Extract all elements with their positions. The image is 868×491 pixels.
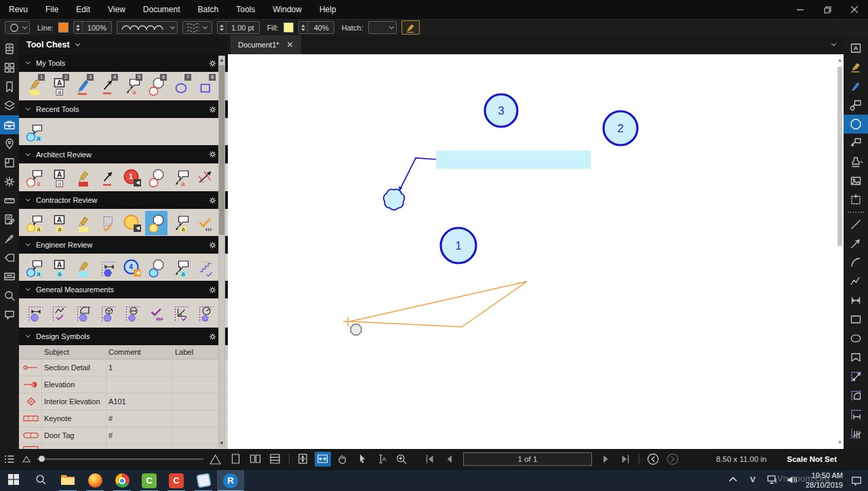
- menu-document[interactable]: Document: [134, 0, 189, 19]
- network-icon[interactable]: [766, 473, 778, 488]
- callout-note-tool[interactable]: a: [170, 165, 192, 190]
- tab-list-chevron-icon[interactable]: [831, 41, 836, 46]
- hatch-dropdown[interactable]: [368, 21, 397, 34]
- cloud-tool-button[interactable]: [844, 115, 868, 134]
- ellipse-tool[interactable]: 7: [170, 74, 192, 98]
- taskbar-clock[interactable]: 10:50 AM 28/10/2019: [806, 471, 843, 489]
- cloud-callout-note-tool[interactable]: a: [23, 120, 45, 144]
- text-note-tool[interactable]: Aa: [47, 165, 70, 190]
- scrollbar-thumb[interactable]: [837, 66, 842, 246]
- tab-close-icon[interactable]: ✕: [287, 40, 294, 50]
- measure-area-tool-button[interactable]: [844, 386, 868, 405]
- taskbar-chrome-button[interactable]: [108, 470, 136, 491]
- polygon-tool-button[interactable]: [844, 348, 868, 367]
- menu-tools[interactable]: Tools: [227, 0, 264, 19]
- canvas-scrollbar[interactable]: ▲ ▼: [837, 57, 843, 446]
- scroll-up-icon[interactable]: ▲: [837, 57, 843, 64]
- verify-measure-tool[interactable]: [194, 211, 216, 235]
- panel-scrollbar[interactable]: ▲ ▼: [218, 56, 225, 448]
- stamp-tool-button[interactable]: [844, 153, 868, 172]
- cloud-tool[interactable]: 6: [145, 74, 167, 98]
- cloud-callout-note-tool[interactable]: a: [23, 211, 45, 235]
- polygon-check-tool[interactable]: [96, 211, 119, 235]
- symbol-row[interactable]: Elevation: [19, 376, 228, 393]
- line-tool-button[interactable]: [844, 215, 868, 234]
- restore-button[interactable]: [814, 0, 841, 19]
- measure-length-tool-button[interactable]: [844, 405, 868, 424]
- hatch-pattern-dropdown[interactable]: [182, 21, 212, 34]
- panel-tab-tool-chest[interactable]: [0, 115, 19, 134]
- scroll-up-icon[interactable]: ▲: [219, 56, 224, 64]
- highlight-area-tool[interactable]: [72, 211, 94, 235]
- panel-tab-sessions[interactable]: [0, 267, 19, 286]
- count-tool[interactable]: [145, 300, 167, 325]
- taskbar-camtasia-button[interactable]: C: [136, 470, 163, 491]
- ellipse-tool-button[interactable]: [844, 329, 868, 348]
- highlight-rectangle-markup[interactable]: [436, 151, 591, 169]
- panel-tab-flags[interactable]: [0, 248, 19, 267]
- length-tool[interactable]: [23, 300, 45, 325]
- arrow-tool-button[interactable]: [844, 234, 868, 253]
- panel-tab-spaces[interactable]: [0, 153, 19, 172]
- taskbar-firefox-button[interactable]: [81, 470, 108, 491]
- scale-status-label[interactable]: Scale Not Set: [787, 455, 837, 463]
- fill-color-swatch[interactable]: [283, 22, 294, 33]
- dimension-tool[interactable]: [194, 165, 216, 190]
- callout-note-tool[interactable]: a: [170, 256, 192, 280]
- section-settings-button[interactable]: [208, 196, 217, 205]
- dimension-tool[interactable]: [96, 256, 119, 280]
- cloud-tool[interactable]: [145, 165, 167, 190]
- stacked-button[interactable]: [267, 452, 283, 467]
- section-header-architect-review[interactable]: Architect Review: [19, 145, 228, 163]
- image-tool-button[interactable]: [844, 172, 868, 191]
- symbol-row[interactable]: Door Tag#: [19, 427, 228, 444]
- polylength-tool[interactable]: [47, 300, 70, 325]
- symbol-row[interactable]: Section Detail1: [19, 359, 228, 376]
- next-view-button[interactable]: [665, 452, 681, 467]
- text-note-tool[interactable]: Aa: [47, 256, 70, 280]
- menu-revu[interactable]: Revu: [0, 0, 37, 19]
- polyline-tool-button[interactable]: [844, 272, 868, 291]
- highlight-mode-button[interactable]: [401, 20, 420, 35]
- menu-help[interactable]: Help: [311, 0, 345, 19]
- panel-tab-markup-list[interactable]: [0, 210, 19, 229]
- next-page-button[interactable]: [597, 452, 614, 467]
- line-color-swatch[interactable]: [58, 22, 68, 33]
- highlight-tool-button[interactable]: [844, 58, 868, 77]
- issue-flag-tool[interactable]: [121, 211, 143, 235]
- section-header-my-tools[interactable]: My Tools: [19, 54, 228, 72]
- scrollbar-thumb[interactable]: [219, 65, 224, 235]
- action-center-icon[interactable]: [850, 475, 863, 487]
- document-tab[interactable]: Document1* ✕: [231, 35, 301, 54]
- panel-tab-places[interactable]: [0, 134, 19, 153]
- section-settings-button[interactable]: [208, 241, 217, 250]
- stairs-tool[interactable]: [194, 256, 216, 280]
- section-header-recent-tools[interactable]: Recent Tools: [19, 100, 228, 118]
- menu-batch[interactable]: Batch: [189, 0, 228, 19]
- thumbnail-size-slider[interactable]: [37, 458, 203, 460]
- cloud-callout-markup[interactable]: [384, 158, 436, 210]
- diameter-tool[interactable]: [121, 300, 143, 325]
- text-box-tool[interactable]: Aa2: [47, 74, 70, 98]
- callout-tool[interactable]: a5: [121, 74, 143, 98]
- menu-view[interactable]: View: [99, 0, 134, 19]
- large-size-icon[interactable]: [210, 454, 221, 465]
- rectangle-tool[interactable]: 8: [194, 74, 216, 98]
- taskbar-snagit-button[interactable]: [190, 470, 217, 491]
- highlight-tool[interactable]: 1: [23, 74, 45, 98]
- highlight-area-tool[interactable]: [72, 165, 94, 190]
- zoom-button[interactable]: [393, 452, 410, 467]
- cloud-style-dropdown[interactable]: [117, 21, 178, 34]
- callout-tool-button[interactable]: [844, 96, 868, 115]
- pen-tool[interactable]: 3: [72, 74, 94, 98]
- taskbar-explorer-button[interactable]: [54, 470, 81, 491]
- angle-tool[interactable]: [170, 300, 192, 325]
- symbol-row[interactable]: Interior ElevationA101: [19, 393, 228, 410]
- panel-tab-thumbnails[interactable]: [0, 58, 19, 77]
- panel-tab-studio[interactable]: [0, 305, 19, 324]
- cloud-tool[interactable]: [145, 211, 167, 235]
- cloud-tool[interactable]: [145, 256, 167, 280]
- fit-width-button[interactable]: [315, 452, 331, 467]
- measure-count-tool-button[interactable]: [844, 424, 868, 443]
- panel-tab-properties[interactable]: [0, 172, 19, 191]
